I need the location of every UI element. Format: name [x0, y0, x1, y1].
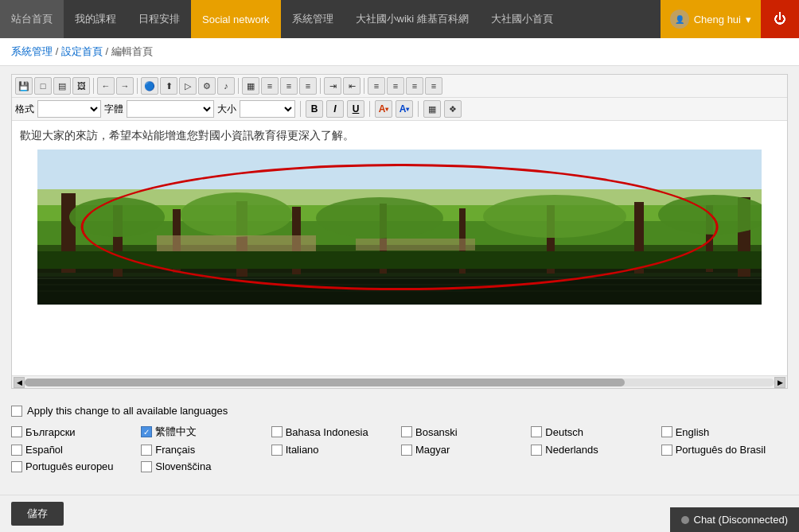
undo-btn[interactable]: ←	[97, 77, 115, 95]
size-select[interactable]	[240, 100, 295, 118]
svg-rect-25	[157, 235, 316, 251]
sep3	[238, 78, 239, 94]
insert-table-btn[interactable]: ▦	[423, 100, 441, 118]
nav-item-school[interactable]: 大社國小首頁	[480, 0, 564, 38]
top-navigation: 站台首頁 我的課程 日程安排 Social network 系統管理 大社國小w…	[0, 0, 799, 38]
nav-item-admin[interactable]: 系統管理	[281, 0, 345, 38]
lang-checkbox-bosanski[interactable]	[401, 426, 412, 437]
lang-item: ✓繁體中文	[141, 425, 267, 439]
align-center-btn[interactable]: ≡	[387, 77, 404, 95]
list1-btn[interactable]: ≡	[261, 77, 279, 95]
lang-checkbox-español[interactable]	[11, 445, 22, 456]
editor-scrollbar[interactable]: ◀ ▶	[12, 375, 787, 388]
lang-checkbox-bahasa-indonesia[interactable]	[271, 426, 283, 437]
lang-checkbox-繁體中文[interactable]: ✓	[141, 426, 152, 437]
power-icon: ⏻	[774, 12, 786, 26]
lang-item: Português europeu	[11, 460, 138, 472]
lang-checkbox-български[interactable]	[11, 426, 22, 437]
user-menu[interactable]: 👤 Cheng hui ▾	[661, 0, 761, 38]
lang-checkbox-français[interactable]	[141, 445, 152, 456]
language-section: Apply this change to all available langu…	[11, 397, 788, 480]
align-left-btn[interactable]: ≡	[368, 77, 385, 95]
bg-color-btn[interactable]: A ▾	[396, 100, 413, 118]
sep7	[369, 101, 370, 117]
svg-point-21	[316, 197, 443, 239]
nav-item-social[interactable]: Social network	[191, 0, 281, 38]
nav-item-schedule[interactable]: 日程安排	[127, 0, 191, 38]
scrollbar-track[interactable]	[25, 379, 774, 386]
smiley-btn[interactable]: 🔵	[141, 77, 158, 95]
lang-checkbox-português-do-brasil[interactable]	[661, 445, 672, 456]
scroll-right-btn[interactable]: ▶	[774, 377, 785, 388]
indent-btn[interactable]: ⇥	[324, 77, 341, 95]
list3-btn[interactable]: ≡	[299, 77, 317, 95]
lang-item: Français	[141, 444, 267, 456]
bold-btn[interactable]: B	[306, 100, 323, 118]
settings-btn[interactable]: ⚙	[198, 77, 216, 95]
breadcrumb-settings[interactable]: 設定首頁	[61, 45, 103, 57]
lang-item: Magyar	[401, 444, 528, 456]
outdent-btn[interactable]: ⇤	[343, 77, 361, 95]
breadcrumb-current: 編輯首頁	[111, 45, 153, 57]
new-page-btn[interactable]: □	[34, 77, 52, 95]
main-content: 💾 □ ▤ 🖼 ← → 🔵 ⬆ ▷ ⚙ ♪ ▦ ≡ ≡ ≡ ⇥ ⇤ ≡ ≡ ≡ …	[0, 66, 799, 488]
play-btn[interactable]: ▷	[179, 77, 197, 95]
lang-checkbox-slovenščina[interactable]	[141, 461, 152, 472]
preview-btn[interactable]: ▤	[53, 77, 71, 95]
font-label: 字體	[104, 103, 123, 116]
apply-all-checkbox[interactable]	[11, 406, 22, 417]
lang-label: Nederlands	[545, 444, 598, 456]
font-select[interactable]	[127, 100, 214, 118]
user-name: Cheng hui	[694, 14, 741, 25]
nav-item-courses[interactable]: 我的課程	[64, 0, 127, 38]
lang-checkbox-deutsch[interactable]	[531, 426, 542, 437]
dropdown-icon: ▾	[746, 14, 751, 25]
lang-checkbox-magyar[interactable]	[401, 445, 412, 456]
apply-all-row: Apply this change to all available langu…	[11, 405, 788, 417]
music-btn[interactable]: ♪	[217, 77, 235, 95]
upload-btn[interactable]: ⬆	[160, 77, 177, 95]
sep8	[418, 101, 419, 117]
lang-label: Deutsch	[545, 426, 583, 438]
scrollbar-thumb[interactable]	[25, 379, 625, 386]
scroll-left-btn[interactable]: ◀	[14, 377, 25, 388]
list2-btn[interactable]: ≡	[280, 77, 298, 95]
lang-item: Bahasa Indonesia	[271, 425, 398, 439]
table-btn[interactable]: ▦	[242, 77, 259, 95]
italic-btn[interactable]: I	[326, 100, 344, 118]
lang-checkbox-português-europeu[interactable]	[11, 461, 22, 472]
lang-checkbox-italiano[interactable]	[271, 445, 283, 456]
align-justify-btn[interactable]: ≡	[425, 77, 442, 95]
lang-item: Bosanski	[401, 425, 528, 439]
nav-item-wiki[interactable]: 大社國小wiki 維基百科網	[345, 0, 480, 38]
lang-label: Bosanski	[415, 426, 458, 438]
editor-area[interactable]: 歡迎大家的來訪，希望本站能增進您對國小資訊教育得更深入了解。	[12, 121, 787, 375]
image-btn[interactable]: 🖼	[72, 77, 90, 95]
format-select[interactable]	[37, 100, 101, 118]
power-button[interactable]: ⏻	[761, 0, 799, 38]
redo-btn[interactable]: →	[116, 77, 134, 95]
lang-item: Deutsch	[531, 425, 657, 439]
lang-item: English	[661, 425, 788, 439]
underline-btn[interactable]: U	[347, 100, 364, 118]
special-char-btn[interactable]: ❖	[444, 100, 462, 118]
format-label: 格式	[15, 103, 34, 116]
font-color-btn[interactable]: A ▾	[375, 100, 392, 118]
svg-rect-24	[37, 251, 762, 269]
lang-label: English	[676, 426, 710, 438]
svg-point-19	[69, 197, 165, 237]
toolbar-row2: 格式 字體 大小 B I U A ▾ A ▾	[12, 98, 787, 121]
save-toolbar-btn[interactable]: 💾	[15, 77, 33, 95]
lang-label: Português do Brasil	[676, 444, 766, 456]
align-right-btn[interactable]: ≡	[406, 77, 423, 95]
nav-item-home[interactable]: 站台首頁	[0, 0, 64, 38]
lang-label: Español	[25, 444, 63, 456]
user-avatar: 👤	[670, 10, 689, 29]
svg-point-22	[483, 195, 626, 238]
lang-item: Nederlands	[531, 444, 657, 456]
lang-checkbox-english[interactable]	[661, 426, 672, 437]
lang-checkbox-nederlands[interactable]	[531, 445, 542, 456]
nature-image	[37, 150, 762, 305]
language-grid: Български✓繁體中文Bahasa IndonesiaBosanskiDe…	[11, 425, 788, 472]
breadcrumb-admin[interactable]: 系統管理	[11, 45, 53, 57]
